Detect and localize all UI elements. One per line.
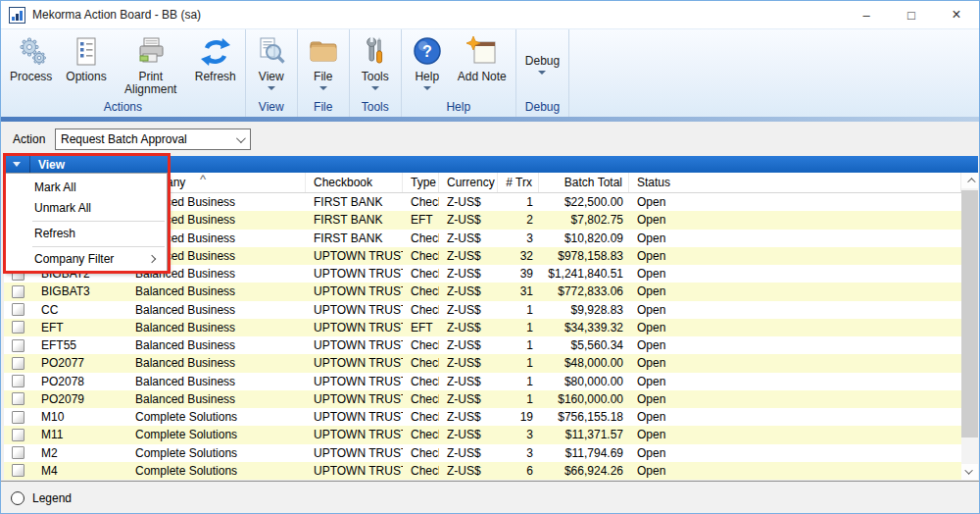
row-checkbox[interactable] [12, 303, 24, 316]
table-row[interactable]: M10Complete SolutionsUPTOWN TRUSTCheckZ-… [4, 408, 961, 426]
scroll-up-button[interactable] [961, 173, 978, 188]
cell-type: Check [403, 408, 439, 426]
row-checkbox[interactable] [12, 357, 24, 370]
header-checkbook[interactable]: Checkbook [306, 173, 403, 192]
row-checkbox[interactable] [12, 375, 24, 387]
table-row[interactable]: M2Complete SolutionsUPTOWN TRUSTCheckZ-U… [4, 444, 961, 462]
cell-status: Open [629, 319, 961, 336]
table-row[interactable]: PO2079Balanced BusinessUPTOWN TRUSTCheck… [4, 390, 961, 408]
cell-checkbox [4, 303, 33, 316]
row-checkbox[interactable] [12, 339, 24, 352]
app-logo-icon [9, 6, 26, 24]
cell-trx: 3 [498, 426, 539, 443]
options-button[interactable]: Options [59, 32, 113, 83]
cell-trx: 1 [498, 193, 539, 211]
cell-status: Open [629, 265, 961, 283]
ribbon-group-tools: Tools Tools [350, 29, 402, 117]
action-dropdown[interactable]: Request Batch Approval [55, 128, 251, 150]
debug-button[interactable]: Debug [518, 32, 566, 75]
view-dropdown-menu: Mark All Unmark All Refresh Company Filt… [4, 173, 168, 273]
refresh-icon [199, 34, 232, 70]
cell-total: $10,820.09 [539, 230, 629, 247]
scroll-down-button[interactable] [961, 464, 978, 480]
cell-company: Balanced Business [127, 319, 306, 336]
cell-total: $978,158.83 [539, 247, 629, 265]
header-trx[interactable]: # Trx [498, 173, 539, 192]
menu-item-refresh[interactable]: Refresh [5, 224, 167, 244]
row-checkbox[interactable] [12, 429, 24, 441]
refresh-button[interactable]: Refresh [188, 32, 243, 83]
add-note-button[interactable]: Add Note [451, 32, 514, 83]
cell-checkbook: UPTOWN TRUST [306, 319, 403, 336]
ribbon: Process Options [1, 28, 979, 117]
cell-id: M11 [33, 426, 127, 443]
cell-status: Open [629, 230, 961, 247]
header-total[interactable]: Batch Total [539, 173, 629, 192]
row-checkbox[interactable] [12, 464, 24, 477]
table-row[interactable]: EFTBalanced BusinessUPTOWN TRUSTEFTZ-US$… [4, 319, 961, 336]
header-type[interactable]: Type [403, 173, 439, 192]
cell-checkbook: UPTOWN TRUST [306, 444, 403, 462]
cell-checkbox [4, 429, 33, 441]
app-window: Mekorma Action Board - BB (sa) – □ × [0, 0, 980, 514]
table-row[interactable]: M4Complete SolutionsUPTOWN TRUSTCheckZ-U… [4, 462, 961, 480]
vertical-scrollbar[interactable] [961, 173, 978, 480]
table-row[interactable]: BIGBAT3Balanced BusinessUPTOWN TRUSTChec… [4, 283, 961, 300]
menu-item-unmark-all[interactable]: Unmark All [5, 198, 167, 219]
help-question-icon: ? [411, 34, 444, 70]
cell-total: $11,794.69 [539, 444, 629, 462]
maximize-button[interactable]: □ [889, 1, 934, 28]
row-checkbox[interactable] [12, 321, 24, 334]
cell-currency: Z-US$ [439, 301, 498, 319]
view-menu-bar: View [4, 156, 978, 173]
cell-trx: 3 [498, 444, 539, 462]
cell-currency: Z-US$ [439, 444, 498, 462]
legend-toggle-circle[interactable] [11, 491, 24, 505]
help-button[interactable]: ? Help [404, 32, 451, 90]
add-note-label: Add Note [458, 71, 507, 83]
cell-trx: 32 [498, 247, 539, 265]
debug-button-label: Debug [525, 55, 560, 68]
cell-checkbox [4, 464, 33, 477]
row-checkbox[interactable] [12, 411, 24, 424]
cell-trx: 1 [498, 336, 539, 354]
cell-checkbox [4, 321, 33, 334]
minimize-button[interactable]: – [844, 1, 889, 28]
options-label: Options [66, 71, 106, 83]
row-checkbox[interactable] [12, 446, 24, 459]
cell-total: $160,000.00 [539, 390, 629, 408]
table-row[interactable]: PO2077Balanced BusinessUPTOWN TRUSTCheck… [4, 354, 961, 372]
cell-checkbook: UPTOWN TRUST [306, 408, 403, 426]
process-button[interactable]: Process [3, 32, 59, 83]
table-row[interactable]: CCBalanced BusinessUPTOWN TRUSTCheckZ-US… [4, 301, 961, 319]
tools-button[interactable]: Tools [352, 32, 399, 90]
menu-item-mark-all[interactable]: Mark All [5, 178, 167, 198]
file-button[interactable]: File [300, 32, 347, 90]
printer-icon [134, 34, 168, 70]
ribbon-group-label-view: View [248, 100, 295, 117]
cell-currency: Z-US$ [439, 373, 498, 390]
cell-type: Check [403, 193, 439, 211]
cell-checkbox [4, 339, 33, 352]
table-row[interactable]: PO2078Balanced BusinessUPTOWN TRUSTCheck… [4, 373, 961, 390]
scrollbar-thumb[interactable] [961, 190, 978, 437]
close-button[interactable]: × [934, 1, 979, 28]
view-button[interactable]: View [248, 32, 295, 90]
chevron-down-icon [538, 71, 546, 75]
cell-trx: 39 [498, 265, 539, 283]
menu-item-company-filter[interactable]: Company Filter [5, 249, 167, 270]
table-row[interactable]: M11Complete SolutionsUPTOWN TRUSTCheckZ-… [4, 426, 961, 443]
row-checkbox[interactable] [12, 285, 24, 298]
table-row[interactable]: EFT55Balanced BusinessUPTOWN TRUSTCheckZ… [4, 336, 961, 354]
cell-total: $7,802.75 [539, 211, 629, 229]
print-alignment-button[interactable]: Print Alignment [114, 32, 188, 96]
view-menu-dropdown-button[interactable] [4, 156, 30, 173]
row-checkbox[interactable] [12, 392, 24, 405]
chevron-down-icon [964, 466, 972, 474]
header-currency[interactable]: Currency [439, 173, 498, 192]
header-status[interactable]: Status [629, 173, 961, 192]
chevron-down-icon [13, 162, 21, 167]
cell-currency: Z-US$ [439, 283, 498, 300]
cell-total: $756,155.18 [539, 408, 629, 426]
cell-company: Balanced Business [127, 373, 306, 390]
